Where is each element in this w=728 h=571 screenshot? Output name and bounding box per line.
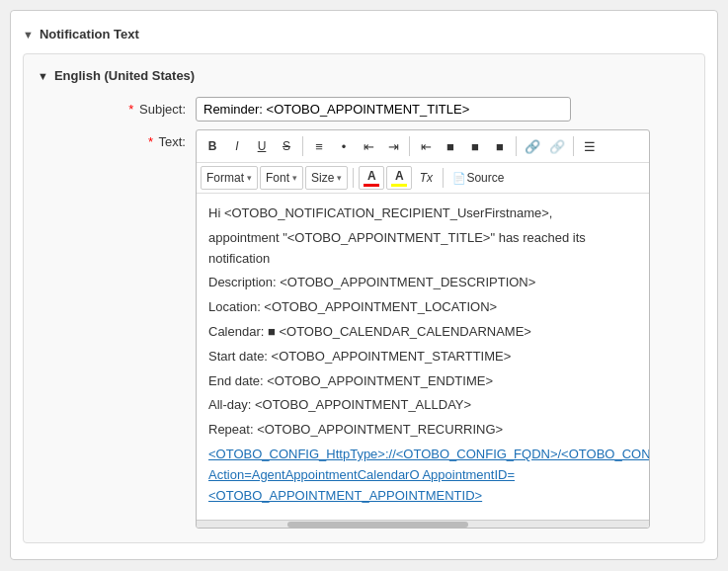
size-arrow: ▾: [337, 173, 342, 183]
notification-text-panel: ▼ Notification Text ▼ English (United St…: [10, 10, 718, 560]
toolbar-row2: Format ▾ Font ▾ Size ▾ A: [197, 163, 649, 194]
strikethrough-button[interactable]: S: [275, 134, 298, 158]
toolbar-separator-2: [409, 136, 410, 156]
outdent-button[interactable]: ⇤: [357, 134, 380, 158]
text-label: * Text:: [38, 129, 196, 149]
font-color-button[interactable]: A: [359, 166, 384, 190]
language-title: English (United States): [54, 68, 195, 83]
underline-button[interactable]: U: [250, 134, 274, 158]
content-line5: Calendar: ■ <OTOBO_CALENDAR_CALENDARNAME…: [208, 322, 637, 343]
subject-input[interactable]: [196, 97, 571, 122]
language-header[interactable]: ▼ English (United States): [24, 64, 704, 93]
format-label: Format: [206, 171, 244, 185]
bg-color-button[interactable]: A: [386, 166, 412, 190]
source-icon: 📄: [452, 172, 466, 185]
link-button[interactable]: 🔗: [521, 134, 544, 158]
section-title: Notification Text: [40, 27, 139, 41]
indent-button[interactable]: ⇥: [381, 134, 405, 158]
size-label: Size: [311, 171, 334, 185]
align-left-button[interactable]: ⇤: [414, 134, 438, 158]
rich-text-editor: B I U S ≡ • ⇤ ⇥ ⇤ ■ ■ ■: [196, 129, 650, 529]
language-collapse-arrow: ▼: [38, 70, 48, 82]
toolbar-separator-3: [516, 136, 517, 156]
subject-label: * Subject:: [38, 97, 196, 117]
editor-content[interactable]: Hi <OTOBO_NOTIFICATION_RECIPIENT_UserFir…: [197, 194, 649, 520]
size-dropdown[interactable]: Size ▾: [305, 166, 348, 190]
section-collapse-arrow: ▼: [23, 29, 34, 41]
content-line2: appointment "<OTOBO_APPOINTMENT_TITLE>" …: [208, 228, 637, 270]
required-star: *: [128, 102, 133, 117]
content-link[interactable]: <OTOBO_CONFIG_HttpType>://<OTOBO_CONFIG_…: [208, 447, 649, 503]
text-required-star: *: [148, 134, 153, 149]
scrollbar-thumb[interactable]: [287, 522, 468, 528]
font-color-bar: [364, 184, 379, 187]
bg-color-bar: [391, 184, 407, 187]
content-line8: All-day: <OTOBO_APPOINTMENT_ALLDAY>: [208, 395, 637, 416]
toolbar-separator-4: [573, 136, 574, 156]
unordered-list-button[interactable]: •: [332, 134, 356, 158]
subject-row: * Subject:: [24, 93, 704, 125]
bold-button[interactable]: B: [201, 134, 224, 158]
format-arrow: ▾: [247, 173, 252, 183]
format-dropdown[interactable]: Format ▾: [201, 166, 258, 190]
content-line3: Description: <OTOBO_APPOINTMENT_DESCRIPT…: [208, 273, 637, 293]
ordered-list-button[interactable]: ≡: [307, 134, 331, 158]
clear-format-button[interactable]: Tx: [414, 166, 438, 190]
toolbar-row1: B I U S ≡ • ⇤ ⇥ ⇤ ■ ■ ■: [197, 130, 649, 163]
subject-field: [196, 97, 690, 122]
content-line6: Start date: <OTOBO_APPOINTMENT_STARTTIME…: [208, 347, 637, 367]
unlink-button[interactable]: 🔗: [545, 134, 569, 158]
align-justify-button[interactable]: ■: [463, 134, 487, 158]
toolbar-separator-1: [302, 136, 303, 156]
italic-button[interactable]: I: [225, 134, 249, 158]
content-line1: Hi <OTOBO_NOTIFICATION_RECIPIENT_UserFir…: [208, 204, 637, 224]
content-line7: End date: <OTOBO_APPOINTMENT_ENDTIME>: [208, 371, 637, 392]
more-button[interactable]: ☰: [578, 134, 602, 158]
source-button[interactable]: 📄 Source: [448, 166, 508, 190]
align-center-button[interactable]: ■: [439, 134, 462, 158]
content-line4: Location: <OTOBO_APPOINTMENT_LOCATION>: [208, 297, 637, 318]
language-panel: ▼ English (United States) * Subject: * T…: [23, 53, 705, 543]
toolbar2-sep2: [443, 168, 444, 188]
content-line9: Repeat: <OTOBO_APPOINTMENT_RECURRING>: [208, 420, 637, 441]
font-arrow: ▾: [292, 173, 297, 183]
align-right-button[interactable]: ■: [488, 134, 512, 158]
editor-field: B I U S ≡ • ⇤ ⇥ ⇤ ■ ■ ■: [196, 129, 690, 529]
notification-text-header[interactable]: ▼ Notification Text: [11, 21, 717, 47]
font-dropdown[interactable]: Font ▾: [260, 166, 303, 190]
toolbar2-sep1: [353, 168, 354, 188]
editor-scrollbar[interactable]: [197, 520, 649, 528]
text-row: * Text: B I U S ≡ • ⇤ ⇥: [24, 125, 704, 532]
font-label: Font: [266, 171, 289, 185]
